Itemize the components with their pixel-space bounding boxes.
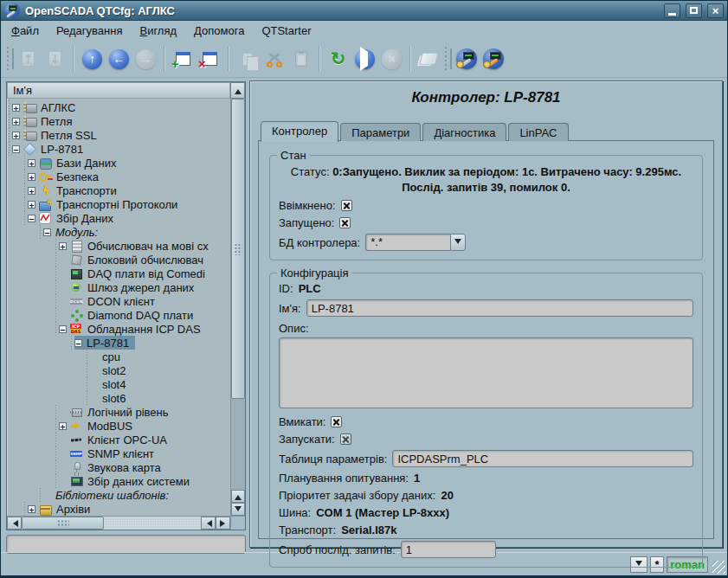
tree-item[interactable]: +Транспорти	[7, 183, 230, 197]
minimize-button[interactable]	[664, 3, 680, 18]
tree-item[interactable]: +Петля	[7, 114, 230, 128]
load-button[interactable]: ⇡	[15, 44, 42, 74]
tree-header-label[interactable]: Ім'я	[7, 82, 230, 99]
tree-expander[interactable]: +	[12, 104, 20, 112]
back-button[interactable]: ←	[106, 44, 132, 74]
tree-vertical-scrollbar[interactable]	[230, 99, 245, 516]
refresh-button[interactable]: ↻	[325, 44, 351, 74]
to-enable-checkbox[interactable]	[331, 416, 342, 427]
tab-diagnostics[interactable]: Діагностика	[422, 123, 506, 141]
tree-expander[interactable]: –	[43, 228, 51, 236]
titlebar[interactable]: OpenSCADA QTCfg: АГЛКС ×	[1, 1, 727, 21]
item-add-button[interactable]: +	[170, 44, 196, 74]
tree-item[interactable]: +Звукова карта	[7, 460, 230, 474]
tree-expander[interactable]: +	[28, 187, 35, 195]
qtstarter-config-button[interactable]	[453, 44, 480, 74]
param-table-input[interactable]	[392, 450, 693, 467]
toolbar-handle[interactable]	[7, 47, 12, 71]
item-del-button[interactable]: ×	[196, 44, 223, 74]
hscroll-right-button[interactable]	[216, 517, 230, 530]
tree-item[interactable]: +Петля SSL	[7, 128, 230, 142]
tree-item[interactable]: +DAQ плати від Comedi	[7, 267, 230, 280]
tree-item[interactable]: +Бази Даних	[7, 156, 230, 170]
tree-expander[interactable]: +	[28, 159, 35, 167]
tree-horizontal-scrollbar[interactable]	[7, 517, 230, 530]
tree-item[interactable]: –Збір Даних	[7, 211, 230, 225]
tree-item[interactable]: +SNMP клієнт	[7, 446, 230, 460]
tree-item[interactable]: –LP-8781	[7, 336, 230, 350]
tree-item[interactable]: +Архіви	[7, 502, 230, 516]
tree-item[interactable]: +cpu	[7, 350, 230, 363]
tree-item[interactable]: +Блоковий обчислювач	[7, 253, 230, 267]
tree-item[interactable]: –Обладнання ICP DAS	[7, 322, 230, 336]
tree-expander[interactable]: +	[59, 242, 67, 250]
qtstarter-edit-button[interactable]	[480, 44, 506, 74]
controller-db-combobox[interactable]: *.*	[365, 234, 466, 251]
tree-item[interactable]: +АГЛКС	[7, 100, 230, 114]
menu-item-qtstarter[interactable]: QTStarter	[261, 24, 311, 37]
hscroll-track[interactable]	[104, 517, 201, 530]
tab-parameters[interactable]: Параметри	[340, 123, 421, 141]
menu-item-help[interactable]: Допомога	[194, 24, 244, 37]
combo-drop-button[interactable]	[450, 234, 466, 251]
toolbar-handle[interactable]	[445, 47, 450, 71]
description-textarea[interactable]	[279, 337, 693, 408]
tree-filter-input[interactable]	[6, 535, 246, 554]
manual-button[interactable]	[416, 44, 442, 74]
stop-button[interactable]: ×	[378, 44, 405, 74]
menu-item-edit[interactable]: Редагування	[56, 24, 123, 37]
tree-item[interactable]: +Збір даних системи	[7, 474, 230, 488]
hscroll-left-button[interactable]	[7, 517, 22, 530]
resize-grip[interactable]	[712, 561, 725, 574]
tree-expander[interactable]: +	[28, 201, 35, 209]
tree-item[interactable]: +Логічний рівень	[7, 405, 230, 419]
tree-expander[interactable]: –	[59, 325, 67, 333]
menu-item-file[interactable]: Файл	[11, 24, 39, 37]
tree-scroll-up-button[interactable]	[230, 82, 245, 99]
request-tries-input[interactable]	[401, 541, 496, 558]
start-button[interactable]	[351, 44, 378, 74]
tree-item[interactable]: +Безпека	[7, 170, 230, 183]
vscroll-up-button[interactable]	[231, 490, 245, 503]
tree-item[interactable]: –LP-8781	[7, 142, 230, 156]
cut-button[interactable]	[261, 44, 287, 74]
tree-item[interactable]: +slot6	[7, 391, 230, 405]
maximize-button[interactable]	[686, 3, 702, 18]
tree-expander[interactable]: +	[28, 173, 35, 181]
tab-linpac[interactable]: LinPAC	[508, 123, 568, 141]
tree-item[interactable]: +slot2	[7, 363, 230, 377]
vscroll-thumb[interactable]	[231, 99, 245, 399]
tree-item[interactable]: +Бібліотеки шаблонів:	[7, 488, 230, 502]
tree-item[interactable]: +Шлюз джерел даних	[7, 280, 230, 294]
copy-button[interactable]	[234, 44, 261, 74]
tree-item[interactable]: +Транспортні Протоколи	[7, 197, 230, 211]
save-button[interactable]: ⇣	[42, 44, 68, 74]
tree-item[interactable]: +Diamond DAQ плати	[7, 308, 230, 322]
tree-expander[interactable]: +	[12, 132, 20, 139]
hscroll-left2-button[interactable]	[201, 517, 216, 530]
tree-expander[interactable]: +	[59, 422, 67, 430]
tree-item[interactable]: +Обчислювач на мові сх	[7, 239, 230, 253]
tree-expander[interactable]: +	[28, 505, 35, 513]
close-button[interactable]: ×	[707, 3, 724, 18]
enabled-checkbox[interactable]	[341, 200, 352, 211]
tree-expander[interactable]: –	[12, 145, 20, 153]
vscroll-track[interactable]	[231, 399, 245, 490]
tree-expander[interactable]: –	[28, 215, 35, 222]
forward-button[interactable]: →	[132, 44, 159, 74]
tree-item[interactable]: +ModBUS	[7, 419, 230, 433]
up-button[interactable]: ↑	[79, 44, 106, 74]
tab-controller[interactable]: Контролер	[261, 121, 338, 142]
tree-expander[interactable]: –	[74, 339, 82, 347]
to-start-checkbox[interactable]	[340, 434, 351, 445]
hscroll-thumb[interactable]	[22, 517, 104, 530]
menu-item-view[interactable]: Вигляд	[139, 24, 177, 37]
tree-item[interactable]: +Клієнт OPC-UA	[7, 433, 230, 446]
tree-item[interactable]: –Модуль:	[7, 225, 230, 239]
vscroll-down-button[interactable]	[231, 503, 245, 516]
tree-item[interactable]: +slot4	[7, 377, 230, 391]
tree-item[interactable]: +DCON клієнт	[7, 294, 230, 308]
paste-button[interactable]	[287, 44, 314, 74]
name-input[interactable]	[306, 299, 693, 317]
tree-expander[interactable]: +	[12, 118, 20, 125]
